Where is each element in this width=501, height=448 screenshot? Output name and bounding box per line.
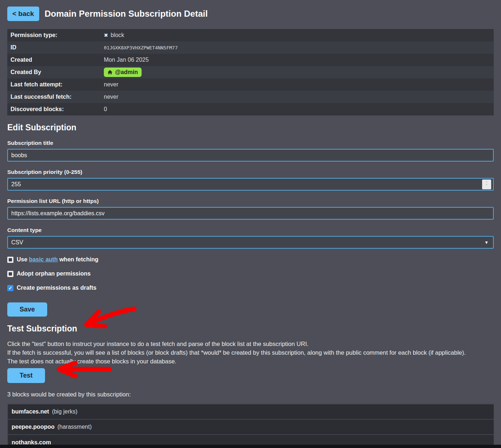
page-title: Domain Permission Subscription Detail xyxy=(45,9,208,19)
info-label: Last successful fetch: xyxy=(7,94,104,100)
home-icon xyxy=(107,70,113,75)
create-drafts-label: Create permissions as drafts xyxy=(17,285,97,291)
discovered-blocks-value: 0 xyxy=(104,106,107,113)
test-description-line: If the fetch is successful, you will see… xyxy=(7,348,494,357)
content-type-selected-value: CSV xyxy=(11,239,23,246)
create-drafts-checkbox-row: ✓ Create permissions as drafts xyxy=(7,285,494,291)
info-row-created-by: Created By @admin xyxy=(7,66,494,78)
info-row-discovered-blocks: Discovered blocks: 0 xyxy=(7,103,494,115)
block-domain: peepee.poopoo xyxy=(12,424,54,430)
info-row-created: Created Mon Jan 06 2025 xyxy=(7,54,494,66)
domain-permission-subscription-detail-page: < back Domain Permission Subscription De… xyxy=(0,0,501,448)
block-row: peepee.poopoo (harassment) xyxy=(8,420,494,435)
number-spinner[interactable]: ˄ ˅ xyxy=(482,179,491,189)
last-fetch-attempt-value: never xyxy=(104,81,118,88)
edit-subscription-heading: Edit Subscription xyxy=(7,123,494,133)
block-domain: bumfaces.net xyxy=(12,408,49,415)
test-description: Click the "test" button to instruct your… xyxy=(7,339,494,366)
adopt-orphan-checkbox[interactable] xyxy=(7,271,13,277)
info-label: Created By xyxy=(7,69,104,76)
chevron-down-icon: ▼ xyxy=(484,240,489,245)
info-value: ✖ block xyxy=(104,32,124,38)
block-comment: (harassment) xyxy=(57,424,91,430)
spinner-down-icon[interactable]: ˅ xyxy=(486,184,488,187)
test-button[interactable]: Test xyxy=(7,368,45,383)
subscription-priority-label: Subscription priority (0-255) xyxy=(7,169,494,175)
info-label: Created xyxy=(7,57,104,63)
permission-list-url-input[interactable] xyxy=(7,207,494,220)
block-comment: (big jerks) xyxy=(52,408,77,415)
info-label: Discovered blocks: xyxy=(7,106,104,113)
info-row-permission-type: Permission type: ✖ block xyxy=(7,29,494,41)
basic-auth-checkbox-row: Use basic auth when fetching xyxy=(7,256,494,263)
basic-auth-label: Use basic auth when fetching xyxy=(17,256,98,263)
info-label: Permission type: xyxy=(7,32,104,38)
created-by-username: @admin xyxy=(115,69,138,76)
subscription-title-label: Subscription title xyxy=(7,140,494,146)
basic-auth-link[interactable]: basic auth xyxy=(29,256,58,262)
permission-type-value: block xyxy=(111,32,124,38)
subscription-title-input[interactable] xyxy=(7,149,494,162)
test-description-line: Click the "test" button to instruct your… xyxy=(7,339,494,348)
info-row-id: ID 01JGXK8XP3VHXZPWET4NN5FM77 xyxy=(7,41,494,54)
info-row-last-fetch-attempt: Last fetch attempt: never xyxy=(7,78,494,91)
back-button[interactable]: < back xyxy=(7,7,39,21)
info-value: @admin xyxy=(104,68,142,77)
test-subscription-heading: Test Subscription xyxy=(7,324,494,334)
last-successful-fetch-value: never xyxy=(104,94,118,100)
test-description-line: The test does not actually create those … xyxy=(7,357,494,366)
create-drafts-checkbox[interactable]: ✓ xyxy=(7,285,13,291)
save-button[interactable]: Save xyxy=(7,302,47,317)
test-result-block-list: bumfaces.net (big jerks) peepee.poopoo (… xyxy=(7,404,494,448)
subscription-priority-input[interactable] xyxy=(7,178,494,191)
created-by-badge[interactable]: @admin xyxy=(104,68,142,77)
subscription-id-value: 01JGXK8XP3VHXZPWET4NN5FM77 xyxy=(104,45,178,50)
test-result-summary: 3 blocks would be created by this subscr… xyxy=(7,391,494,398)
block-x-icon: ✖ xyxy=(104,32,108,38)
created-date-value: Mon Jan 06 2025 xyxy=(104,57,149,63)
subscription-priority-field: ˄ ˅ xyxy=(7,178,494,191)
info-label: ID xyxy=(7,44,104,51)
basic-auth-checkbox[interactable] xyxy=(7,257,13,263)
subscription-info-table: Permission type: ✖ block ID 01JGXK8XP3VH… xyxy=(7,29,494,115)
adopt-orphan-label: Adopt orphan permissions xyxy=(17,270,91,277)
page-header: < back Domain Permission Subscription De… xyxy=(7,7,494,21)
block-row: bumfaces.net (big jerks) xyxy=(8,404,494,420)
content-type-select[interactable]: CSV ▼ xyxy=(7,236,494,249)
page-bottom-edge xyxy=(0,445,501,448)
info-row-last-successful-fetch: Last successful fetch: never xyxy=(7,91,494,103)
permission-list-url-label: Permission list URL (http or https) xyxy=(7,198,494,204)
info-label: Last fetch attempt: xyxy=(7,81,104,88)
content-type-label: Content type xyxy=(7,227,494,233)
adopt-orphan-checkbox-row: Adopt orphan permissions xyxy=(7,270,494,277)
